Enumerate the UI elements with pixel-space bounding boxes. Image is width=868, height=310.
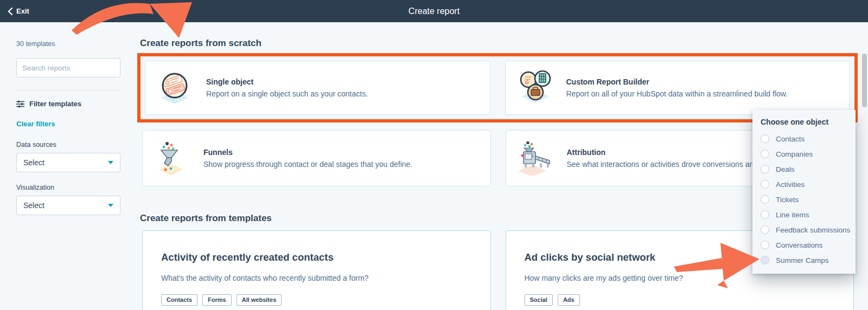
template-card-activity-of-recently-created-contacts[interactable]: Activity of recently created contacts Wh… (142, 230, 491, 310)
search-input[interactable] (22, 64, 118, 72)
template-description: What's the activity of contacts who rece… (161, 274, 490, 282)
annotation-highlight-box: Single object Report on a single object … (137, 53, 858, 122)
single-object-illustration-icon (157, 70, 192, 105)
custom-report-builder-title: Custom Report Builder (566, 78, 788, 86)
chevron-down-icon (108, 204, 113, 207)
scrollbar-thumb[interactable] (862, 54, 867, 107)
data-sources-select[interactable]: Select (16, 153, 120, 172)
tag-ads: Ads (558, 294, 580, 306)
tag-all-websites: All websites (237, 294, 282, 306)
visualization-select[interactable]: Select (16, 196, 120, 215)
data-sources-label: Data sources (16, 141, 120, 148)
clear-filters-link[interactable]: Clear filters (16, 120, 120, 128)
template-description: How many clicks are my ads getting over … (525, 274, 854, 282)
funnels-illustration-icon (155, 141, 189, 176)
exit-button[interactable]: Exit (8, 7, 29, 15)
object-option-tickets[interactable]: Tickets (752, 192, 856, 207)
templates-section-heading: Create reports from templates (140, 213, 858, 224)
radio-icon[interactable] (761, 195, 769, 204)
main-content: Create reports from scratch (137, 22, 858, 310)
search-box[interactable] (16, 58, 120, 78)
radio-icon[interactable] (761, 256, 769, 264)
object-option-line-items[interactable]: Line items (752, 207, 856, 222)
radio-icon[interactable] (761, 225, 769, 234)
exit-label: Exit (16, 7, 29, 15)
tag-contacts: Contacts (161, 294, 197, 306)
radio-icon[interactable] (761, 150, 769, 158)
template-count: 30 templates (16, 40, 120, 48)
top-bar: Exit Create report (0, 0, 868, 22)
radio-icon[interactable] (761, 180, 769, 189)
funnels-card[interactable]: Funnels Show progress through contact or… (142, 130, 491, 186)
object-option-summer-camps[interactable]: Summer Camps (752, 253, 856, 268)
object-option-activities[interactable]: Activities (752, 177, 856, 192)
choose-object-dropdown: Choose one object Contacts Companies Dea… (752, 110, 856, 274)
tag-forms: Forms (202, 294, 232, 306)
tag-social: Social (525, 294, 553, 306)
scrollbar-track[interactable] (860, 22, 868, 310)
visualization-value: Select (23, 201, 44, 210)
object-option-contacts[interactable]: Contacts (752, 131, 856, 146)
filter-templates-label: Filter templates (29, 100, 81, 108)
single-object-title: Single object (206, 78, 368, 86)
radio-icon[interactable] (761, 134, 769, 143)
attribution-title: Attribution (567, 148, 754, 157)
object-option-companies[interactable]: Companies (752, 146, 856, 162)
scratch-section-heading: Create reports from scratch (140, 38, 858, 49)
attribution-illustration-icon (518, 141, 553, 176)
radio-icon[interactable] (761, 210, 769, 219)
custom-report-builder-description: Report on all of your HubSpot data withi… (566, 89, 788, 98)
object-option-conversations[interactable]: Conversations (752, 237, 856, 253)
radio-icon[interactable] (761, 165, 769, 173)
object-option-feedback-submissions[interactable]: Feedback submissions (752, 222, 856, 237)
filter-sliders-icon (16, 100, 24, 108)
visualization-label: Visualization (16, 184, 120, 191)
filter-templates-button[interactable]: Filter templates (16, 100, 120, 108)
attribution-description: See what interactions or activities drov… (567, 160, 754, 169)
radio-icon[interactable] (761, 241, 769, 249)
choose-object-heading: Choose one object (752, 118, 856, 126)
custom-report-builder-illustration-icon (518, 70, 552, 105)
custom-report-builder-card[interactable]: Custom Report Builder Report on all of y… (505, 61, 851, 115)
object-option-deals[interactable]: Deals (752, 162, 856, 177)
chevron-down-icon (108, 161, 113, 164)
single-object-card[interactable]: Single object Report on a single object … (145, 61, 490, 115)
filter-sidebar: 30 templates Filter templates Clear filt… (16, 22, 120, 215)
single-object-description: Report on a single object such as your c… (206, 89, 368, 98)
funnels-description: Show progress through contact or deal st… (203, 160, 412, 169)
template-title: Activity of recently created contacts (161, 251, 490, 263)
page-title: Create report (0, 7, 868, 16)
sidebar-divider (16, 90, 120, 91)
data-sources-value: Select (23, 158, 44, 167)
funnels-title: Funnels (203, 148, 412, 157)
chevron-left-icon (8, 8, 12, 15)
